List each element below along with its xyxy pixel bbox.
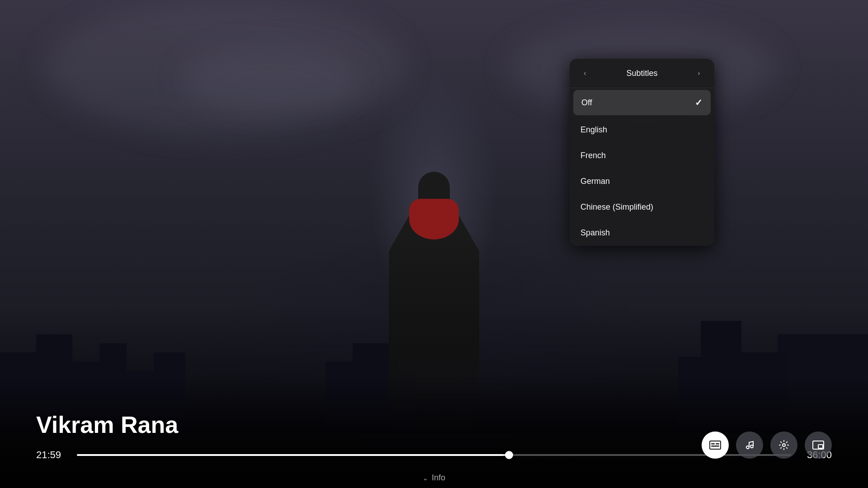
audio-button[interactable] [736,432,763,459]
subtitles-title: Subtitles [591,69,693,78]
gear-icon [778,440,789,450]
subtitle-option-off-label: Off [581,98,592,108]
info-bar[interactable]: ⌄ Info [423,473,445,483]
subtitle-option-chinese-simplified[interactable]: Chinese (Simplified) [570,194,714,220]
settings-button[interactable] [770,432,797,459]
subtitles-forward-arrow[interactable]: › [693,67,705,80]
svg-rect-1 [711,443,715,445]
icon-buttons [702,432,832,459]
info-chevron-icon: ⌄ [423,474,428,482]
subtitle-option-german[interactable]: German [570,169,714,194]
subtitle-option-french-label: French [580,151,606,160]
subtitle-option-chinese-label: Chinese (Simplified) [580,202,653,212]
progress-track[interactable] [77,454,791,456]
subtitle-option-german-label: German [580,177,610,186]
subtitle-option-spanish-label: Spanish [580,228,610,238]
subtitle-option-off[interactable]: Off ✓ [573,90,711,115]
svg-point-6 [783,444,785,446]
info-label: Info [432,473,445,483]
subtitles-back-arrow[interactable]: ‹ [579,67,591,80]
red-scarf [409,199,459,239]
picture-in-picture-icon [812,441,824,450]
svg-rect-0 [710,441,721,449]
subtitles-button[interactable] [702,432,729,459]
subtitle-off-checkmark: ✓ [695,97,703,108]
progress-thumb[interactable] [505,451,513,459]
subtitle-option-english-label: English [580,125,607,135]
progress-fill [77,454,509,456]
subtitle-option-spanish[interactable]: Spanish [570,220,714,246]
music-icon [745,440,755,450]
svg-rect-2 [716,443,719,445]
subtitles-panel: ‹ Subtitles › Off ✓ English French Germa… [570,59,714,246]
subtitles-header: ‹ Subtitles › [570,59,714,88]
pip-button[interactable] [805,432,832,459]
subtitle-option-english[interactable]: English [570,117,714,143]
cc-icon [709,441,721,450]
subtitle-option-french[interactable]: French [570,143,714,169]
time-current: 21:59 [36,449,68,461]
svg-rect-8 [818,445,823,448]
svg-rect-3 [711,446,719,447]
